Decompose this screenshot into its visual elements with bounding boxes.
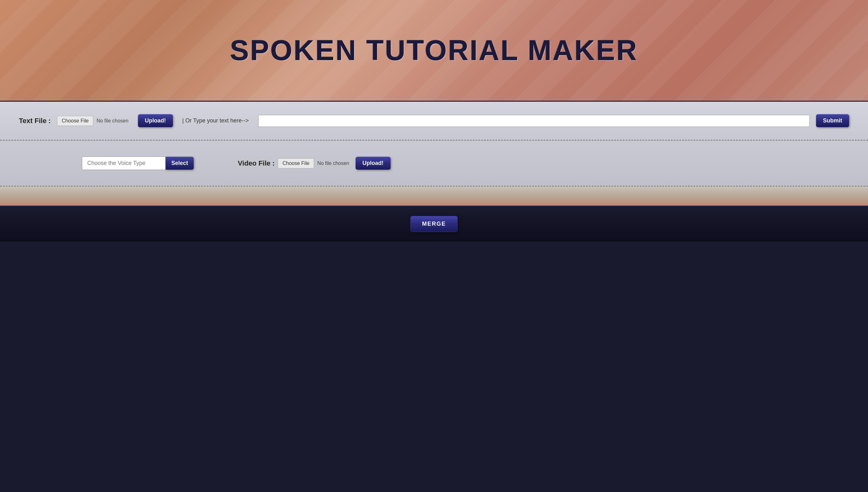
video-file-no-file-label: No file chosen [314, 158, 352, 168]
video-file-label: Video File : [238, 159, 275, 168]
video-file-group: Video File : Choose File No file chosen … [238, 157, 390, 170]
merge-button[interactable]: MERGE [410, 216, 458, 232]
submit-button[interactable]: Submit [816, 114, 849, 127]
text-file-section: Text File : Choose File No file chosen U… [0, 102, 868, 140]
text-type-input[interactable] [258, 115, 810, 127]
select-voice-button[interactable]: Select [166, 157, 194, 170]
header: SPOKEN TUTORIAL MAKER [0, 0, 868, 101]
text-file-choose-button[interactable]: Choose File [57, 116, 93, 126]
text-file-no-file-label: No file chosen [93, 116, 131, 126]
video-file-choose-button[interactable]: Choose File [278, 158, 314, 168]
main-content: Text File : Choose File No file chosen U… [0, 101, 868, 205]
text-file-input-wrapper: Choose File No file chosen [57, 116, 131, 126]
voice-type-group: Select [82, 156, 194, 170]
voice-video-section: Select Video File : Choose File No file … [0, 141, 868, 186]
voice-type-input[interactable] [82, 156, 166, 170]
bottom-gradient [0, 187, 868, 205]
video-file-upload-button[interactable]: Upload! [356, 157, 390, 170]
text-file-label: Text File : [19, 117, 51, 125]
or-type-divider: | Or Type your text here--> [179, 117, 252, 124]
merge-section: MERGE [0, 205, 868, 241]
text-file-upload-button[interactable]: Upload! [138, 114, 173, 127]
app-title: SPOKEN TUTORIAL MAKER [230, 34, 638, 67]
video-file-input-wrapper: Choose File No file chosen [278, 158, 353, 168]
